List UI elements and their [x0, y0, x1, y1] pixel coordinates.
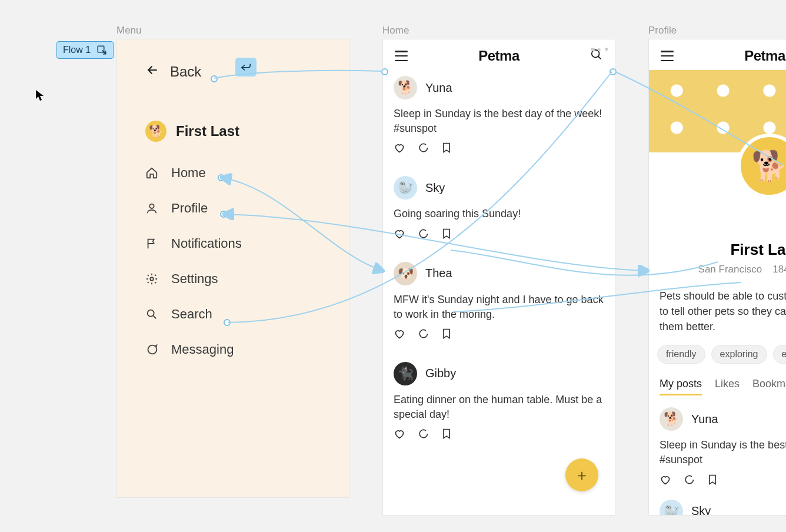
post-actions [394, 428, 604, 442]
menu-item-profile[interactable]: Profile [145, 201, 321, 216]
svg-point-3 [148, 310, 154, 317]
like-button[interactable] [394, 328, 405, 342]
frame-label-home[interactable]: Home [382, 25, 409, 36]
profile-tabs: My posts Likes Bookmarks [649, 364, 786, 395]
brand-logo: Petma [744, 48, 785, 64]
menu-label: Notifications [171, 236, 242, 251]
frame-label-menu[interactable]: Menu [116, 25, 142, 36]
home-feed: 🐕 Yuna Sleep in Sunday is the best day o… [383, 70, 615, 454]
tag[interactable]: exploring [711, 345, 767, 364]
flow-start-badge[interactable]: Flow 1 [56, 41, 114, 59]
post-avatar[interactable]: 🐕 [394, 76, 417, 99]
bookmark-button[interactable] [441, 142, 452, 156]
bookmark-button[interactable] [441, 428, 452, 442]
menu-label: Search [171, 307, 212, 322]
feed-post[interactable]: 🐕 Yuna Sleep in Sunday is the best day o… [660, 407, 786, 499]
menu-item-messaging[interactable]: Messaging [145, 342, 321, 357]
brand-logo: Petma [478, 48, 519, 64]
menu-user-row[interactable]: 🐕 First Last [117, 81, 349, 142]
comment-button[interactable] [417, 328, 429, 342]
comment-button[interactable] [417, 428, 429, 442]
like-button[interactable] [394, 142, 405, 156]
feed-post[interactable]: 🦭 Sky Going soaring this Sunday! [394, 176, 604, 253]
post-author: Thea [425, 267, 452, 280]
arrow-left-icon [145, 63, 159, 81]
profile-tags: friendly exploring eating [649, 334, 786, 364]
flow-label: Flow 1 [63, 45, 91, 55]
menu-item-settings[interactable]: Settings [145, 271, 321, 287]
frame-label-profile[interactable]: Profile [648, 25, 677, 36]
feed-post[interactable]: 🐶 Thea MFW it's Sunday night and I have … [394, 262, 604, 354]
post-avatar[interactable]: 🦭 [394, 176, 417, 200]
menu-item-search[interactable]: Search [145, 307, 321, 322]
feed-post[interactable]: 🐈‍⬛ Gibby Eating dinner on the human tab… [394, 362, 604, 454]
profile-icon [145, 202, 158, 215]
like-button[interactable] [394, 428, 405, 442]
bookmark-button[interactable] [707, 474, 718, 488]
hotspot-dot[interactable] [220, 211, 227, 218]
post-body: Going soaring this Sunday! [394, 207, 604, 221]
hotspot-dot[interactable] [211, 75, 218, 82]
plus-icon: ＋ [574, 465, 590, 486]
menu-label: Home [171, 165, 206, 181]
cursor-icon [35, 89, 45, 101]
menu-item-notifications[interactable]: Notifications [145, 236, 321, 251]
back-interaction-chip[interactable] [235, 58, 257, 77]
menu-item-home[interactable]: Home [145, 165, 321, 181]
comment-button[interactable] [417, 228, 429, 242]
profile-location: San Francisco [698, 264, 762, 275]
flag-icon [145, 237, 158, 250]
hotspot-dot[interactable] [381, 68, 388, 75]
like-button[interactable] [394, 228, 405, 242]
tab-likes[interactable]: Likes [715, 378, 740, 395]
feed-post[interactable]: 🐕 Yuna Sleep in Sunday is the best day o… [394, 76, 604, 168]
home-icon [145, 167, 158, 179]
post-actions [660, 474, 786, 488]
menu-back-button[interactable]: Back [117, 39, 349, 81]
tab-bookmarks[interactable]: Bookmarks [752, 378, 786, 395]
hotspot-dot[interactable] [224, 319, 231, 326]
frame-status-icons: ■ ● ▼ [591, 45, 610, 54]
bookmark-button[interactable] [441, 328, 452, 342]
frame-profile[interactable]: Petma 🐕 First Last San Francisco 184 fol… [648, 39, 786, 516]
post-body: Sleep in Sunday is the best day of the w… [660, 438, 786, 467]
frame-menu[interactable]: Back 🐕 First Last Home Profile Notificat… [116, 39, 349, 498]
post-avatar[interactable]: 🐕 [660, 407, 683, 431]
user-avatar: 🐕 [145, 121, 166, 142]
profile-bio: Pets should be able to customize descrip… [649, 275, 786, 334]
post-actions [394, 328, 604, 342]
menu-back-label: Back [170, 64, 201, 80]
user-name: First Last [176, 123, 239, 139]
svg-point-2 [150, 277, 154, 281]
message-icon [145, 343, 158, 356]
tag[interactable]: eating [773, 345, 786, 364]
hamburger-icon[interactable] [395, 51, 408, 61]
post-author: Gibby [425, 367, 456, 380]
post-avatar[interactable]: 🐈‍⬛ [394, 362, 417, 385]
bookmark-button[interactable] [441, 228, 452, 242]
post-body: Sleep in Sunday is the best day of the w… [394, 107, 604, 136]
post-author: Sky [425, 181, 445, 195]
post-actions [394, 142, 604, 156]
post-author: Yuna [425, 81, 452, 95]
post-author: Yuna [691, 413, 718, 426]
hotspot-dot[interactable] [218, 174, 225, 181]
tab-my-posts[interactable]: My posts [660, 378, 702, 395]
post-body: Eating dinner on the human table. Must b… [394, 393, 604, 422]
figma-canvas[interactable]: Flow 1 Menu Home Profile Back 🐕 First La… [0, 0, 786, 532]
post-avatar[interactable]: 🦭 [660, 500, 683, 516]
frame-home[interactable]: ■ ● ▼ Petma 🐕 Yuna Sleep in Sunday is th… [382, 39, 615, 516]
menu-label: Settings [171, 271, 218, 287]
comment-button[interactable] [683, 474, 695, 488]
compose-fab[interactable]: ＋ [565, 458, 598, 491]
tag[interactable]: friendly [657, 345, 705, 364]
hamburger-icon[interactable] [661, 51, 674, 61]
feed-post[interactable]: 🦭 Sky Going soaring this Sunday! [660, 500, 786, 516]
like-button[interactable] [660, 474, 671, 488]
post-avatar[interactable]: 🐶 [394, 262, 417, 285]
profile-followers: 184 followers [772, 264, 786, 275]
search-icon [145, 308, 158, 321]
hotspot-dot[interactable] [610, 68, 617, 75]
comment-button[interactable] [417, 142, 429, 156]
gear-icon [145, 272, 158, 285]
